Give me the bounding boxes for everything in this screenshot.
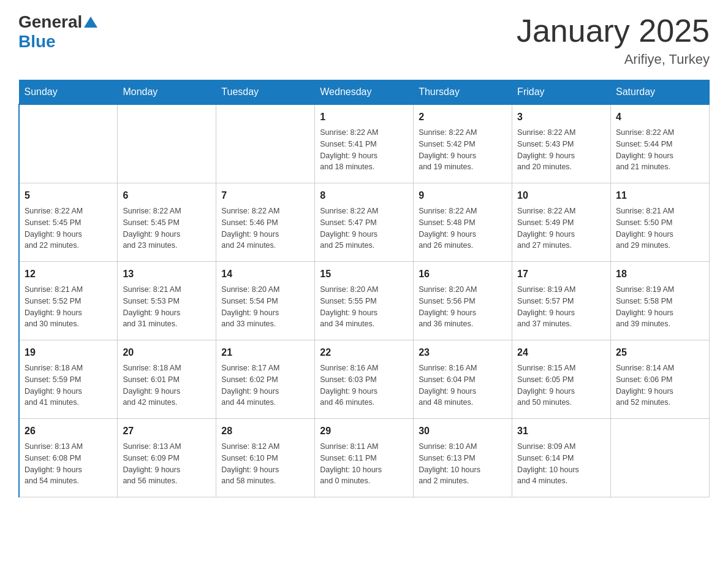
day-number: 19 bbox=[25, 345, 112, 360]
day-info: Sunrise: 8:16 AM Sunset: 6:04 PM Dayligh… bbox=[419, 362, 507, 408]
day-info: Sunrise: 8:22 AM Sunset: 5:46 PM Dayligh… bbox=[221, 205, 309, 251]
page-header: General Blue January 2025 Arifiye, Turke… bbox=[18, 12, 710, 67]
calendar-day-25: 25Sunrise: 8:14 AM Sunset: 6:06 PM Dayli… bbox=[611, 340, 710, 419]
calendar-week-row: 19Sunrise: 8:18 AM Sunset: 5:59 PM Dayli… bbox=[19, 340, 710, 419]
svg-marker-0 bbox=[84, 17, 97, 28]
day-info: Sunrise: 8:22 AM Sunset: 5:44 PM Dayligh… bbox=[616, 127, 704, 173]
calendar-day-10: 10Sunrise: 8:22 AM Sunset: 5:49 PM Dayli… bbox=[512, 183, 611, 262]
calendar-day-11: 11Sunrise: 8:21 AM Sunset: 5:50 PM Dayli… bbox=[611, 183, 710, 262]
day-number: 12 bbox=[25, 267, 112, 282]
day-info: Sunrise: 8:18 AM Sunset: 5:59 PM Dayligh… bbox=[25, 362, 112, 408]
day-info: Sunrise: 8:22 AM Sunset: 5:45 PM Dayligh… bbox=[123, 205, 211, 251]
calendar-day-19: 19Sunrise: 8:18 AM Sunset: 5:59 PM Dayli… bbox=[19, 340, 118, 419]
day-number: 21 bbox=[221, 345, 309, 360]
day-number: 15 bbox=[320, 267, 408, 282]
day-number: 22 bbox=[320, 345, 408, 360]
calendar-day-31: 31Sunrise: 8:09 AM Sunset: 6:14 PM Dayli… bbox=[512, 419, 611, 497]
calendar-day-30: 30Sunrise: 8:10 AM Sunset: 6:13 PM Dayli… bbox=[414, 419, 512, 497]
day-info: Sunrise: 8:22 AM Sunset: 5:41 PM Dayligh… bbox=[320, 127, 408, 173]
day-info: Sunrise: 8:13 AM Sunset: 6:08 PM Dayligh… bbox=[25, 441, 112, 487]
calendar-day-13: 13Sunrise: 8:21 AM Sunset: 5:53 PM Dayli… bbox=[118, 262, 216, 340]
calendar-day-14: 14Sunrise: 8:20 AM Sunset: 5:54 PM Dayli… bbox=[216, 262, 315, 340]
calendar-day-17: 17Sunrise: 8:19 AM Sunset: 5:57 PM Dayli… bbox=[512, 262, 611, 340]
calendar-day-6: 6Sunrise: 8:22 AM Sunset: 5:45 PM Daylig… bbox=[118, 183, 216, 262]
day-info: Sunrise: 8:22 AM Sunset: 5:48 PM Dayligh… bbox=[419, 205, 507, 251]
day-number: 11 bbox=[616, 188, 704, 203]
day-info: Sunrise: 8:20 AM Sunset: 5:55 PM Dayligh… bbox=[320, 284, 408, 330]
day-number: 28 bbox=[221, 424, 309, 439]
calendar-day-23: 23Sunrise: 8:16 AM Sunset: 6:04 PM Dayli… bbox=[414, 340, 512, 419]
day-number: 26 bbox=[25, 424, 112, 439]
day-number: 9 bbox=[419, 188, 507, 203]
calendar-header-friday: Friday bbox=[512, 80, 611, 105]
calendar-week-row: 1Sunrise: 8:22 AM Sunset: 5:41 PM Daylig… bbox=[19, 104, 710, 183]
calendar-day-16: 16Sunrise: 8:20 AM Sunset: 5:56 PM Dayli… bbox=[414, 262, 512, 340]
calendar-day-3: 3Sunrise: 8:22 AM Sunset: 5:43 PM Daylig… bbox=[512, 104, 611, 183]
day-info: Sunrise: 8:15 AM Sunset: 6:05 PM Dayligh… bbox=[517, 362, 605, 408]
calendar-header-saturday: Saturday bbox=[611, 80, 710, 105]
calendar-day-2: 2Sunrise: 8:22 AM Sunset: 5:42 PM Daylig… bbox=[414, 104, 512, 183]
day-number: 27 bbox=[123, 424, 211, 439]
day-info: Sunrise: 8:10 AM Sunset: 6:13 PM Dayligh… bbox=[419, 441, 507, 487]
day-number: 31 bbox=[517, 424, 605, 439]
day-info: Sunrise: 8:12 AM Sunset: 6:10 PM Dayligh… bbox=[221, 441, 309, 487]
logo-blue: Blue bbox=[18, 32, 56, 51]
day-info: Sunrise: 8:14 AM Sunset: 6:06 PM Dayligh… bbox=[616, 362, 704, 408]
day-number: 23 bbox=[419, 345, 507, 360]
calendar-day-15: 15Sunrise: 8:20 AM Sunset: 5:55 PM Dayli… bbox=[315, 262, 414, 340]
calendar-table: SundayMondayTuesdayWednesdayThursdayFrid… bbox=[18, 80, 710, 497]
calendar-day-18: 18Sunrise: 8:19 AM Sunset: 5:58 PM Dayli… bbox=[611, 262, 710, 340]
calendar-empty-cell bbox=[611, 419, 710, 497]
day-number: 10 bbox=[517, 188, 605, 203]
day-info: Sunrise: 8:18 AM Sunset: 6:01 PM Dayligh… bbox=[123, 362, 211, 408]
day-info: Sunrise: 8:17 AM Sunset: 6:02 PM Dayligh… bbox=[221, 362, 309, 408]
day-number: 25 bbox=[616, 345, 704, 360]
calendar-subtitle: Arifiye, Turkey bbox=[517, 52, 710, 67]
calendar-week-row: 12Sunrise: 8:21 AM Sunset: 5:52 PM Dayli… bbox=[19, 262, 710, 340]
day-info: Sunrise: 8:11 AM Sunset: 6:11 PM Dayligh… bbox=[320, 441, 408, 487]
logo: General Blue bbox=[18, 12, 97, 52]
calendar-day-1: 1Sunrise: 8:22 AM Sunset: 5:41 PM Daylig… bbox=[315, 104, 414, 183]
day-number: 20 bbox=[123, 345, 211, 360]
calendar-empty-cell bbox=[19, 104, 118, 183]
day-info: Sunrise: 8:20 AM Sunset: 5:56 PM Dayligh… bbox=[419, 284, 507, 330]
calendar-day-21: 21Sunrise: 8:17 AM Sunset: 6:02 PM Dayli… bbox=[216, 340, 315, 419]
title-block: January 2025 Arifiye, Turkey bbox=[517, 12, 710, 67]
day-number: 16 bbox=[419, 267, 507, 282]
calendar-day-7: 7Sunrise: 8:22 AM Sunset: 5:46 PM Daylig… bbox=[216, 183, 315, 262]
day-number: 4 bbox=[616, 110, 704, 124]
calendar-empty-cell bbox=[216, 104, 315, 183]
day-number: 30 bbox=[419, 424, 507, 439]
calendar-header-row: SundayMondayTuesdayWednesdayThursdayFrid… bbox=[19, 80, 710, 105]
calendar-day-8: 8Sunrise: 8:22 AM Sunset: 5:47 PM Daylig… bbox=[315, 183, 414, 262]
day-number: 5 bbox=[25, 188, 112, 203]
day-info: Sunrise: 8:22 AM Sunset: 5:43 PM Dayligh… bbox=[517, 127, 605, 173]
calendar-day-28: 28Sunrise: 8:12 AM Sunset: 6:10 PM Dayli… bbox=[216, 419, 315, 497]
day-number: 3 bbox=[517, 110, 605, 124]
day-info: Sunrise: 8:09 AM Sunset: 6:14 PM Dayligh… bbox=[517, 441, 605, 487]
calendar-day-27: 27Sunrise: 8:13 AM Sunset: 6:09 PM Dayli… bbox=[118, 419, 216, 497]
day-info: Sunrise: 8:20 AM Sunset: 5:54 PM Dayligh… bbox=[221, 284, 309, 330]
day-info: Sunrise: 8:21 AM Sunset: 5:52 PM Dayligh… bbox=[25, 284, 112, 330]
day-info: Sunrise: 8:16 AM Sunset: 6:03 PM Dayligh… bbox=[320, 362, 408, 408]
day-info: Sunrise: 8:13 AM Sunset: 6:09 PM Dayligh… bbox=[123, 441, 211, 487]
calendar-header-tuesday: Tuesday bbox=[216, 80, 315, 105]
calendar-day-29: 29Sunrise: 8:11 AM Sunset: 6:11 PM Dayli… bbox=[315, 419, 414, 497]
calendar-day-9: 9Sunrise: 8:22 AM Sunset: 5:48 PM Daylig… bbox=[414, 183, 512, 262]
calendar-header-wednesday: Wednesday bbox=[315, 80, 414, 105]
calendar-week-row: 26Sunrise: 8:13 AM Sunset: 6:08 PM Dayli… bbox=[19, 419, 710, 497]
day-info: Sunrise: 8:21 AM Sunset: 5:50 PM Dayligh… bbox=[616, 205, 704, 251]
calendar-day-5: 5Sunrise: 8:22 AM Sunset: 5:45 PM Daylig… bbox=[19, 183, 118, 262]
day-info: Sunrise: 8:19 AM Sunset: 5:57 PM Dayligh… bbox=[517, 284, 605, 330]
calendar-header-thursday: Thursday bbox=[414, 80, 512, 105]
calendar-day-24: 24Sunrise: 8:15 AM Sunset: 6:05 PM Dayli… bbox=[512, 340, 611, 419]
day-info: Sunrise: 8:22 AM Sunset: 5:47 PM Dayligh… bbox=[320, 205, 408, 251]
calendar-day-12: 12Sunrise: 8:21 AM Sunset: 5:52 PM Dayli… bbox=[19, 262, 118, 340]
logo-general: General bbox=[18, 12, 82, 32]
day-info: Sunrise: 8:19 AM Sunset: 5:58 PM Dayligh… bbox=[616, 284, 704, 330]
calendar-day-4: 4Sunrise: 8:22 AM Sunset: 5:44 PM Daylig… bbox=[611, 104, 710, 183]
day-number: 17 bbox=[517, 267, 605, 282]
calendar-empty-cell bbox=[118, 104, 216, 183]
calendar-title: January 2025 bbox=[517, 12, 710, 49]
day-info: Sunrise: 8:22 AM Sunset: 5:49 PM Dayligh… bbox=[517, 205, 605, 251]
